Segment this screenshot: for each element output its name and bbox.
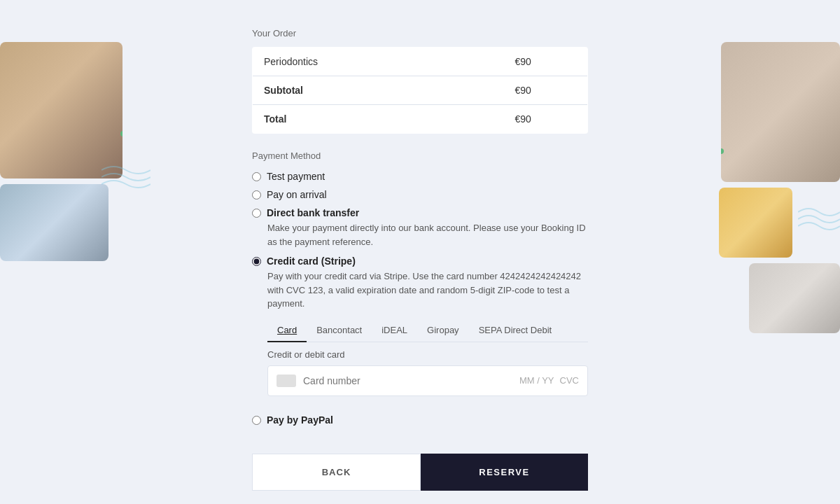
card-input-wrapper[interactable]: MM / YY CVC xyxy=(267,365,588,396)
deco-right xyxy=(719,42,840,333)
label-paypal: Pay by PayPal xyxy=(267,414,333,426)
radio-label-credit-card[interactable]: Credit card (Stripe) xyxy=(252,255,588,267)
option-credit-card: Credit card (Stripe) Pay with your credi… xyxy=(252,255,588,407)
card-brand-icon xyxy=(276,374,296,387)
subtotal-label: Subtotal xyxy=(253,76,504,105)
tab-card[interactable]: Card xyxy=(267,319,307,342)
table-row: Periodontics €90 xyxy=(253,48,588,76)
back-button[interactable]: BACK xyxy=(252,454,421,491)
main-content: Your Order Periodontics €90 Subtotal €90… xyxy=(252,28,588,491)
label-pay-on-arrival: Pay on arrival xyxy=(267,189,327,200)
order-table: Periodontics €90 Subtotal €90 Total €90 xyxy=(252,47,588,134)
option-direct-bank: Direct bank transfer Make your payment d… xyxy=(252,207,588,248)
option-test-payment[interactable]: Test payment xyxy=(252,171,588,182)
payment-section: Payment Method Test payment Pay on arriv… xyxy=(252,150,588,442)
payment-options: Test payment Pay on arrival Direct bank … xyxy=(252,171,588,442)
order-title: Your Order xyxy=(252,28,588,38)
stripe-tabs: Card Bancontact iDEAL Giropay SEPA Direc… xyxy=(267,319,588,342)
option-pay-on-arrival[interactable]: Pay on arrival xyxy=(252,189,588,200)
tab-giropay[interactable]: Giropay xyxy=(417,319,469,342)
radio-direct-bank[interactable] xyxy=(252,209,261,218)
radio-paypal[interactable] xyxy=(252,416,261,425)
card-expiry-cvc: MM / YY CVC xyxy=(519,375,579,386)
action-buttons: BACK RESERVE xyxy=(252,454,588,491)
radio-pay-on-arrival[interactable] xyxy=(252,190,261,200)
deco-left xyxy=(0,42,122,261)
tab-ideal[interactable]: iDEAL xyxy=(372,319,417,342)
tab-bancontact[interactable]: Bancontact xyxy=(307,319,372,342)
deco-mid-row xyxy=(719,188,840,258)
deco-image-woman-notebook xyxy=(0,42,122,178)
total-value: €90 xyxy=(504,105,588,134)
table-row: Total €90 xyxy=(253,105,588,134)
label-credit-card: Credit card (Stripe) xyxy=(267,255,356,267)
radio-credit-card[interactable] xyxy=(252,257,261,266)
option-paypal[interactable]: Pay by PayPal xyxy=(252,414,588,426)
radio-label-direct-bank[interactable]: Direct bank transfer xyxy=(252,207,588,218)
page-wrapper: Your Order Periodontics €90 Subtotal €90… xyxy=(0,0,840,504)
expiry-placeholder: MM / YY xyxy=(519,375,554,386)
label-direct-bank: Direct bank transfer xyxy=(267,207,359,218)
cvc-placeholder: CVC xyxy=(560,375,579,386)
desc-direct-bank: Make your payment directly into our bank… xyxy=(267,221,588,248)
item-name: Periodontics xyxy=(253,48,504,76)
tab-sepa[interactable]: SEPA Direct Debit xyxy=(469,319,562,342)
reserve-button[interactable]: RESERVE xyxy=(421,454,588,491)
radio-test-payment[interactable] xyxy=(252,172,261,181)
payment-title: Payment Method xyxy=(252,150,588,161)
desc-credit-card: Pay with your credit card via Stripe. Us… xyxy=(267,270,588,311)
label-test-payment: Test payment xyxy=(267,171,325,182)
card-input-section: Credit or debit card MM / YY CVC xyxy=(267,349,588,396)
subtotal-value: €90 xyxy=(504,76,588,105)
total-label: Total xyxy=(253,105,504,134)
card-input-label: Credit or debit card xyxy=(267,349,588,360)
order-section: Your Order Periodontics €90 Subtotal €90… xyxy=(252,28,588,134)
deco-image-desk xyxy=(0,184,108,261)
table-row: Subtotal €90 xyxy=(253,76,588,105)
card-number-input[interactable] xyxy=(303,375,519,386)
item-price: €90 xyxy=(504,48,588,76)
